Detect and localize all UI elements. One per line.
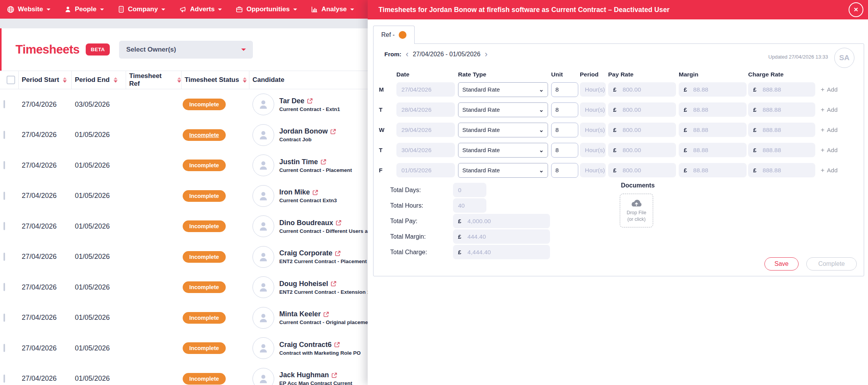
candidate-link[interactable]: Justin Time	[279, 158, 352, 166]
chevron-left-icon[interactable]: ‹	[405, 50, 409, 59]
nav-item-website[interactable]: Website	[7, 5, 50, 13]
status-badge[interactable]: Incomplete	[183, 312, 226, 324]
candidate-link[interactable]: Jordan Bonow	[279, 127, 336, 135]
chevron-down-icon	[241, 49, 246, 53]
status-badge[interactable]: Incomplete	[183, 373, 226, 385]
total-hours-field: 40	[453, 198, 486, 213]
col-header-period-end[interactable]: Period End	[72, 71, 126, 89]
candidate-link[interactable]: Craig Contract6	[279, 341, 361, 349]
unit-input[interactable]	[551, 143, 578, 158]
person-icon	[258, 312, 269, 324]
date-range-nav: From: ‹ 27/04/2026 - 01/05/2026 ›	[384, 50, 488, 59]
candidate-link[interactable]: Doug Hoheisel	[279, 280, 370, 288]
currency-symbol: £	[753, 147, 756, 153]
status-badge[interactable]: Incomplete	[183, 190, 226, 202]
file-drop-zone[interactable]: Drop File (or click)	[620, 194, 653, 227]
row-checkbox[interactable]	[3, 161, 5, 169]
period-field: Hour(s)	[580, 102, 606, 117]
person-icon	[258, 220, 269, 232]
status-badge[interactable]: Incomplete	[183, 251, 226, 263]
row-checkbox[interactable]	[3, 131, 5, 139]
col-header-period-start[interactable]: Period Start	[19, 71, 72, 89]
period-field: Hour(s)	[580, 123, 606, 137]
candidate-link[interactable]: Minta Keeler	[279, 310, 373, 318]
add-row-button[interactable]: + Add	[821, 127, 838, 134]
nav-item-company[interactable]: Company	[118, 5, 165, 13]
col-period: Period	[580, 71, 606, 78]
rate-type-select[interactable]: Standard Rate ⌄	[458, 163, 548, 178]
select-all-checkbox[interactable]	[7, 76, 15, 84]
day-label: W	[379, 127, 389, 133]
external-link-icon	[334, 342, 340, 347]
candidate-link[interactable]: Iron Mike	[279, 188, 337, 196]
timesheet-detail-panel: Timesheets for Jordan Bonow at firefish …	[368, 0, 868, 385]
select-caret-icon: ⌄	[539, 106, 544, 113]
avatar	[252, 307, 274, 329]
row-checkbox[interactable]	[3, 192, 5, 200]
rate-type-select[interactable]: Standard Rate ⌄	[458, 143, 548, 158]
margin-field: £ 88.88	[679, 82, 747, 97]
select-caret-icon: ⌄	[539, 86, 544, 93]
chevron-right-icon[interactable]: ›	[484, 50, 488, 59]
date-field: 28/04/2026	[396, 102, 455, 117]
charge-rate-field: £ 888.88	[748, 143, 815, 157]
rate-type-select[interactable]: Standard Rate ⌄	[458, 123, 548, 137]
close-button[interactable]: ✕	[849, 2, 863, 17]
period-start-cell: 27/04/2026	[19, 375, 72, 383]
nav-item-opportunities[interactable]: Opportunities	[236, 5, 297, 13]
status-badge[interactable]: Incomplete	[183, 160, 226, 171]
date-field: 01/05/2026	[396, 163, 455, 177]
add-row-button[interactable]: + Add	[821, 106, 838, 113]
timesheet-form: From: ‹ 27/04/2026 - 01/05/2026 › Update…	[373, 43, 864, 276]
nav-label: Opportunities	[246, 5, 289, 13]
close-icon: ✕	[854, 6, 859, 13]
save-button[interactable]: Save	[764, 257, 799, 271]
row-checkbox[interactable]	[3, 314, 5, 322]
status-badge[interactable]: Incomplete	[183, 220, 226, 232]
sort-icon[interactable]	[63, 77, 67, 83]
chevron-down-icon	[293, 9, 297, 12]
sort-icon[interactable]	[177, 77, 181, 83]
nav-item-adverts[interactable]: Adverts	[179, 5, 222, 13]
unit-input[interactable]	[551, 102, 578, 117]
row-checkbox[interactable]	[3, 344, 5, 352]
candidate-link[interactable]: Jack Hughman	[279, 371, 352, 379]
col-header-timesheet-status[interactable]: Timesheet Status	[182, 71, 249, 89]
add-row-button[interactable]: + Add	[821, 86, 838, 93]
rate-type-select[interactable]: Standard Rate ⌄	[458, 102, 548, 117]
period-end-cell: 01/05/2026	[72, 192, 126, 200]
rate-type-select[interactable]: Standard Rate ⌄	[458, 82, 548, 97]
candidate-link[interactable]: Dino Boudreaux	[279, 219, 374, 227]
tab-ref[interactable]: Ref -	[373, 26, 415, 44]
row-checkbox[interactable]	[3, 283, 5, 291]
candidate-link[interactable]: Tar Dee	[279, 97, 340, 105]
currency-symbol: £	[458, 218, 461, 224]
nav-label: Website	[18, 5, 43, 13]
status-badge[interactable]: Incomplete	[183, 129, 226, 141]
row-checkbox[interactable]	[3, 100, 5, 108]
period-field: Hour(s)	[580, 82, 606, 97]
nav-item-analyse[interactable]: Analyse	[311, 5, 354, 13]
charge-rate-field: £ 888.88	[748, 82, 815, 97]
sort-icon[interactable]	[114, 77, 118, 83]
pay-rate-field: £ 800.00	[608, 143, 676, 157]
person-icon	[258, 251, 269, 263]
nav-item-people[interactable]: People	[64, 5, 104, 13]
plus-icon: +	[821, 106, 825, 113]
add-row-button[interactable]: + Add	[821, 147, 838, 154]
unit-input[interactable]	[551, 163, 578, 178]
unit-input[interactable]	[551, 82, 578, 97]
row-checkbox[interactable]	[3, 222, 5, 230]
status-badge[interactable]: Incomplete	[183, 281, 226, 293]
col-header-timesheet-ref[interactable]: Timesheet Ref	[126, 71, 182, 89]
sort-icon[interactable]	[243, 77, 247, 83]
row-checkbox[interactable]	[3, 375, 5, 383]
candidate-link[interactable]: Craig Corporate	[279, 249, 367, 257]
owner-filter-select[interactable]: Select Owner(s)	[119, 41, 253, 59]
status-badge[interactable]: Incomplete	[183, 342, 226, 354]
status-badge[interactable]: Incomplete	[183, 99, 226, 110]
row-checkbox[interactable]	[3, 253, 5, 261]
unit-input[interactable]	[551, 123, 578, 137]
owner-filter-placeholder: Select Owner(s)	[126, 46, 176, 54]
add-row-button[interactable]: + Add	[821, 167, 838, 174]
